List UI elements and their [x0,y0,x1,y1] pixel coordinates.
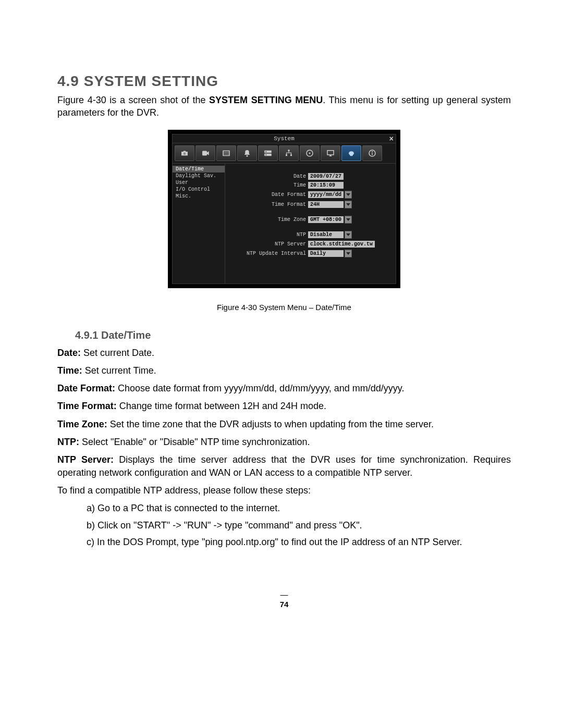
page-number-value: 74 [280,600,289,609]
dateformat-select[interactable]: yyyy/mm/dd [308,191,344,198]
figure-caption: Figure 4-30 System Menu – Date/Time [57,303,511,312]
def-date: Date: Set current Date. [57,347,511,359]
def-time-text: Set current Time. [82,365,156,376]
def-timezone-term: Time Zone: [57,419,107,429]
def-timezone-text: Set the time zone that the DVR adjusts t… [107,419,434,429]
toolbar-camera-icon[interactable] [175,145,194,161]
def-date-text: Set current Date. [81,348,154,358]
svg-rect-15 [327,150,334,154]
def-ntpserver: NTP Server: Displays the time server add… [57,453,511,479]
def-time: Time: Set current Time. [57,364,511,377]
svg-rect-11 [286,154,287,156]
def-time-term: Time: [57,365,82,376]
def-ntp-term: NTP: [57,437,79,447]
chevron-down-icon[interactable] [345,231,352,239]
svg-point-5 [247,155,248,156]
sidebar-item-user[interactable]: User [173,179,225,186]
close-icon[interactable]: × [389,135,394,143]
ntp-select[interactable]: Disable [308,231,344,238]
ntpupdate-select[interactable]: Daily [308,250,344,257]
ntpserver-field[interactable]: clock.stdtime.gov.tw [308,241,375,248]
settings-panel: Date 2009/07/27 Time 20:15:09 Date Forma… [225,164,396,283]
sidebar-item-datetime[interactable]: Date/Time [173,166,225,172]
svg-rect-12 [290,154,292,156]
timeformat-label: Time Format [230,202,308,207]
date-label: Date [230,174,308,179]
chevron-down-icon[interactable] [345,250,352,257]
svg-point-19 [372,151,373,152]
sidebar-item-misc[interactable]: Misc. [173,193,225,200]
step-b: b) Click on "START" -> "RUN" -> type "co… [87,519,511,532]
ntpupdate-label: NTP Update Interval [230,251,308,256]
section-heading: 4.9 SYSTEM SETTING [57,73,511,90]
timezone-select[interactable]: GMT +08:00 [308,216,344,223]
def-ntp-text: Select "Enable" or "Disable" NTP time sy… [79,437,310,447]
figure-wrap: System × Date/Time [57,130,511,288]
page-number: — 74 [57,590,511,609]
def-timeformat-text: Change time format between 12H and 24H m… [117,401,326,411]
def-dateformat-text: Choose date format from yyyy/mm/dd, dd/m… [115,383,405,393]
def-dateformat-term: Date Format: [57,383,115,393]
timezone-label: Time Zone [230,217,308,223]
find-ntp-intro: To find a compatible NTP address, please… [57,484,511,497]
toolbar-info-icon[interactable] [362,145,382,161]
toolbar [173,143,396,164]
intro-text-pre: Figure 4-30 is a screen shot of the [57,95,209,105]
subsection-heading: 4.9.1 Date/Time [75,329,511,341]
def-dateformat: Date Format: Choose date format from yyy… [57,382,511,394]
svg-rect-2 [223,151,229,155]
svg-rect-10 [288,150,290,151]
svg-point-8 [265,151,266,152]
def-ntpserver-text: Displays the time server address that th… [57,454,511,477]
def-timeformat: Time Format: Change time format between … [57,400,511,412]
steps-list: a) Go to a PC that is connected to the i… [87,502,511,548]
sidebar-item-iocontrol[interactable]: I/O Control [173,186,225,193]
date-field[interactable]: 2009/07/27 [308,173,344,180]
chevron-down-icon[interactable] [345,201,352,208]
chevron-down-icon[interactable] [345,191,352,199]
page-number-dash: — [57,590,511,599]
time-field[interactable]: 20:15:09 [308,182,344,189]
def-ntpserver-term: NTP Server: [57,454,114,465]
toolbar-alarm-icon[interactable] [216,145,236,161]
timeformat-select[interactable]: 24H [308,201,344,208]
toolbar-display-icon[interactable] [321,145,340,161]
step-c: c) In the DOS Prompt, type "ping pool.nt… [87,536,511,548]
sidebar: Date/Time Daylight Sav. User I/O Control… [173,164,225,283]
svg-rect-1 [202,151,207,155]
chevron-down-icon[interactable] [345,216,352,224]
time-label: Time [230,182,308,188]
sidebar-item-daylight[interactable]: Daylight Sav. [173,172,225,179]
dvr-screenshot: System × Date/Time [168,130,400,288]
toolbar-record-icon[interactable] [195,145,215,161]
intro-paragraph: Figure 4-30 is a screen shot of the SYST… [57,94,511,119]
svg-point-9 [265,154,266,155]
toolbar-schedule-icon[interactable] [258,145,278,161]
svg-point-14 [309,152,311,154]
dateformat-label: Date Format [230,192,308,198]
def-timezone: Time Zone: Set the time zone that the DV… [57,418,511,430]
window-titlebar: System × [173,134,396,143]
svg-rect-20 [372,153,373,155]
def-ntp: NTP: Select "Enable" or "Disable" NTP ti… [57,436,511,448]
toolbar-bell-icon[interactable] [237,145,257,161]
ntp-label: NTP [230,232,308,238]
toolbar-network-icon[interactable] [279,145,299,161]
toolbar-disk-icon[interactable] [300,145,320,161]
def-date-term: Date: [57,348,81,358]
ntpserver-label: NTP Server [230,241,308,247]
svg-point-0 [183,152,186,155]
intro-text-bold: SYSTEM SETTING MENU [209,95,323,105]
toolbar-system-icon[interactable] [341,145,361,161]
def-timeformat-term: Time Format: [57,401,117,411]
step-a: a) Go to a PC that is connected to the i… [87,502,511,514]
window-title: System [274,135,295,142]
